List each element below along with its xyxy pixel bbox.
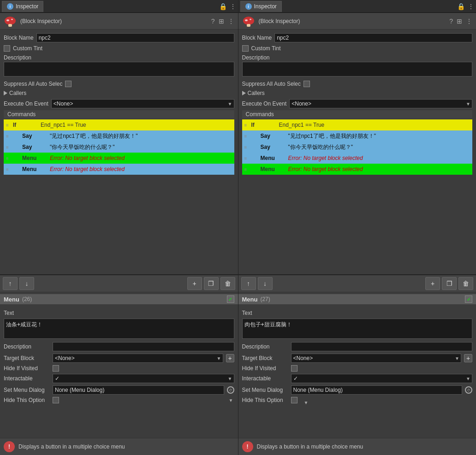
right-delete-button[interactable]: 🗑 — [458, 277, 473, 290]
svg-point-1 — [6, 19, 9, 21]
right-down-button[interactable]: ↓ — [258, 277, 273, 290]
left-header-menu[interactable]: ⋮ — [228, 18, 234, 25]
right-desc-row: Description — [242, 342, 473, 351]
right-header-question[interactable]: ? — [449, 18, 453, 25]
left-desc-label: Description — [4, 343, 50, 350]
right-copy-button[interactable]: ❐ — [442, 277, 457, 290]
right-add-button[interactable]: + — [425, 277, 440, 290]
drag-handle[interactable]: ≡ — [4, 156, 11, 161]
right-header-layout[interactable]: ⊞ — [457, 18, 462, 25]
svg-point-0 — [5, 17, 16, 25]
left-menu-checkbox[interactable]: ✓ — [227, 295, 234, 303]
left-target-select[interactable]: <None> — [53, 354, 223, 363]
right-callers-label: Callers — [248, 90, 265, 96]
left-hide-if-label: Hide If Visited — [4, 365, 50, 372]
drag-handle[interactable]: ≡ — [4, 134, 11, 139]
drag-handle[interactable]: ≡ — [242, 167, 250, 172]
left-hide-if-checkbox[interactable] — [53, 365, 59, 372]
lock-icon-left[interactable]: 🔒 — [219, 3, 227, 10]
left-tab-bar-right: 🔒 ⋮ — [219, 3, 236, 10]
drag-handle[interactable]: ≡ — [242, 123, 250, 128]
menu-icon-left[interactable]: ⋮ — [230, 3, 236, 10]
right-text-textarea[interactable]: 肉包子+甜豆腐脑！ — [242, 319, 473, 339]
right-up-button[interactable]: ↑ — [241, 277, 256, 290]
left-target-plus[interactable]: + — [226, 354, 234, 362]
right-text-row: Text — [242, 310, 473, 316]
left-target-row: Target Block <None> ▼ + — [4, 354, 234, 363]
left-custom-tint-checkbox[interactable] — [4, 45, 10, 52]
left-menu-title: Menu — [4, 296, 19, 303]
left-hide-option-checkbox[interactable] — [53, 397, 59, 403]
right-header-title: (Block Inspector) — [259, 18, 300, 24]
left-header-layout[interactable]: ⊞ — [219, 18, 224, 25]
right-panel-header: (Block Inspector) ? ⊞ ⋮ — [238, 13, 476, 30]
left-block-name-input[interactable] — [36, 33, 234, 42]
right-callers-triangle[interactable] — [242, 91, 246, 95]
right-description-textarea[interactable] — [242, 62, 473, 77]
right-block-name-input[interactable] — [274, 33, 472, 42]
table-row: ≡ Say "你今天早饭吃的什么呢？" — [242, 142, 473, 153]
left-desc-input[interactable] — [53, 342, 234, 351]
left-inspector-tab[interactable]: i Inspector — [2, 1, 43, 12]
left-suppress-row: Suppress All Auto Selec — [4, 81, 234, 87]
right-bottom-toolbar: ↑ ↓ + ❐ 🗑 — [238, 275, 476, 292]
drag-handle[interactable]: ≡ — [4, 123, 11, 128]
left-interactable-select-wrapper: ✓ ▼ — [53, 374, 234, 383]
left-delete-button[interactable]: 🗑 — [220, 277, 235, 290]
svg-rect-3 — [8, 24, 12, 27]
right-hide-if-checkbox[interactable] — [291, 365, 298, 372]
tab-info-icon-right: i — [245, 3, 252, 10]
drag-handle[interactable]: ≡ — [242, 145, 250, 150]
right-target-select[interactable]: <None> — [291, 354, 462, 363]
right-execute-select-wrapper: <None> ▼ — [289, 99, 472, 108]
right-interactable-select[interactable]: ✓ — [291, 374, 473, 383]
drag-handle[interactable]: ≡ — [4, 145, 11, 150]
table-row: ≡ Menu Error: No target block selected — [242, 153, 473, 164]
left-header-question[interactable]: ? — [211, 18, 215, 25]
left-down-button[interactable]: ↓ — [19, 277, 34, 290]
left-copy-button[interactable]: ❐ — [204, 277, 219, 290]
menu-icon-right[interactable]: ⋮ — [468, 3, 474, 10]
left-description-textarea[interactable] — [4, 62, 234, 77]
left-callers-label: Callers — [9, 90, 26, 96]
mushroom-icon-left — [4, 15, 17, 28]
right-clock-icon: ⏱ — [465, 386, 472, 394]
right-custom-tint-checkbox[interactable] — [242, 45, 249, 52]
left-block-name-row: Block Name — [4, 33, 234, 42]
right-info-text: Displays a button in a multiple choice m… — [257, 443, 363, 450]
right-panel-content: Block Name Custom Tint Description Suppr… — [238, 30, 476, 274]
left-callers-triangle[interactable] — [4, 91, 7, 95]
table-row: ≡ Say "见过npc1了吧，他是我的好朋友！" — [4, 130, 234, 142]
left-top-panel: i Inspector 🔒 ⋮ (Block Inspector) ? ⊞ ⋮ — [0, 0, 238, 274]
right-suppress-checkbox[interactable] — [303, 81, 310, 87]
right-execute-select[interactable]: <None> — [289, 99, 472, 108]
right-target-plus[interactable]: + — [464, 354, 472, 362]
right-commands-label: Commands — [242, 110, 473, 118]
lock-icon-right[interactable]: 🔒 — [457, 3, 465, 10]
left-interactable-select[interactable]: ✓ — [53, 374, 234, 383]
table-row: ≡ Say "你今天早饭吃的什么呢？" — [4, 142, 234, 153]
left-suppress-checkbox[interactable] — [65, 81, 71, 87]
right-desc-input[interactable] — [291, 342, 473, 351]
left-text-textarea[interactable]: 油条+咸豆花！ — [4, 319, 234, 339]
right-inspector-tab[interactable]: i Inspector — [240, 1, 282, 12]
left-custom-tint-row: Custom Tint — [4, 45, 234, 52]
left-callers-row: Callers — [4, 90, 234, 96]
right-header-menu[interactable]: ⋮ — [466, 18, 472, 25]
left-execute-select[interactable]: <None> — [51, 99, 234, 108]
left-add-button[interactable]: + — [187, 277, 202, 290]
drag-handle[interactable]: ≡ — [242, 134, 250, 139]
left-tab-bar: i Inspector 🔒 ⋮ — [0, 0, 238, 13]
left-set-menu-select[interactable]: None (Menu Dialog) — [53, 385, 224, 395]
right-menu-checkbox[interactable]: ✓ — [465, 295, 472, 303]
left-up-button[interactable]: ↑ — [3, 277, 18, 290]
right-hide-option-checkbox[interactable] — [291, 397, 298, 403]
drag-handle[interactable]: ≡ — [4, 167, 11, 172]
right-description-area: Description — [242, 54, 473, 78]
drag-handle[interactable]: ≡ — [242, 156, 250, 161]
right-suppress-row: Suppress All Auto Selec — [242, 81, 473, 87]
right-set-menu-select[interactable]: None (Menu Dialog) — [291, 385, 463, 395]
left-header-icons: ? ⊞ ⋮ — [211, 18, 234, 25]
left-text-label: Text — [4, 310, 50, 316]
left-execute-row: Execute On Event <None> ▼ — [4, 99, 234, 108]
